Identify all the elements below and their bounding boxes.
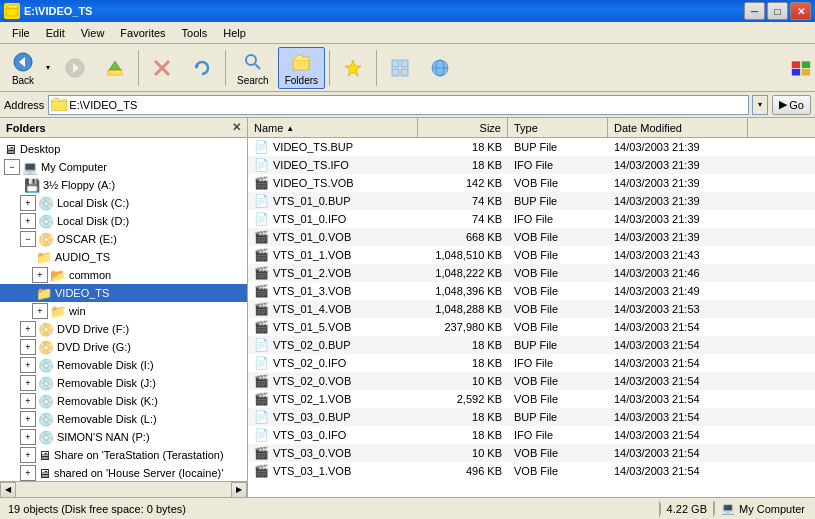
- favorites-button[interactable]: [334, 47, 372, 89]
- file-row[interactable]: 🎬 VTS_03_1.VOB 496 KB VOB File 14/03/200…: [248, 462, 815, 480]
- tree-expand-simonnan[interactable]: +: [20, 429, 36, 445]
- folder-hscrollbar[interactable]: ◀ ▶: [0, 481, 247, 497]
- tree-item-simonnan[interactable]: + 💿 SIMON'S NAN (P:): [0, 428, 247, 446]
- folders-button[interactable]: Folders: [278, 47, 325, 89]
- tree-expand-terastation[interactable]: +: [20, 447, 36, 463]
- menu-edit[interactable]: Edit: [38, 25, 73, 41]
- refresh-button[interactable]: [183, 47, 221, 89]
- file-cell-type: VOB File: [508, 444, 608, 462]
- minimize-button[interactable]: ─: [744, 2, 765, 20]
- address-input[interactable]: [69, 99, 746, 111]
- hscroll-track: [16, 482, 231, 498]
- tree-item-floppy[interactable]: 💾 3½ Floppy (A:): [0, 176, 247, 194]
- tree-item-videots[interactable]: 📁 VIDEO_TS: [0, 284, 247, 302]
- tree-item-oscar[interactable]: − 📀 OSCAR (E:): [0, 230, 247, 248]
- tree-expand-oscar[interactable]: −: [20, 231, 36, 247]
- file-row[interactable]: 📄 VIDEO_TS.BUP 18 KB BUP File 14/03/2003…: [248, 138, 815, 156]
- tree-item-common[interactable]: + 📂 common: [0, 266, 247, 284]
- file-row[interactable]: 🎬 VTS_02_1.VOB 2,592 KB VOB File 14/03/2…: [248, 390, 815, 408]
- search-button[interactable]: Search: [230, 47, 276, 89]
- tree-item-remi[interactable]: + 💿 Removable Disk (I:): [0, 356, 247, 374]
- col-header-date[interactable]: Date Modified: [608, 118, 748, 138]
- tree-item-remk[interactable]: + 💿 Removable Disk (K:): [0, 392, 247, 410]
- menu-favorites[interactable]: Favorites: [112, 25, 173, 41]
- tree-expand-remj[interactable]: +: [20, 375, 36, 391]
- hscroll-right-btn[interactable]: ▶: [231, 482, 247, 498]
- col-header-name[interactable]: Name ▲: [248, 118, 418, 138]
- tree-item-terastation[interactable]: + 🖥 Share on 'TeraStation (Terastation): [0, 446, 247, 464]
- address-input-wrapper[interactable]: [48, 95, 749, 115]
- close-button[interactable]: ✕: [790, 2, 811, 20]
- tree-item-reml[interactable]: + 💿 Removable Disk (L:): [0, 410, 247, 428]
- maximize-button[interactable]: □: [767, 2, 788, 20]
- file-name: VTS_03_1.VOB: [273, 465, 351, 477]
- tree-expand-diskc[interactable]: +: [20, 195, 36, 211]
- col-header-size[interactable]: Size: [418, 118, 508, 138]
- tree-expand-diskd[interactable]: +: [20, 213, 36, 229]
- file-name: VTS_02_0.BUP: [273, 339, 351, 351]
- file-row[interactable]: 📄 VTS_01_0.BUP 74 KB BUP File 14/03/2003…: [248, 192, 815, 210]
- folders-label: Folders: [285, 75, 318, 86]
- forward-button[interactable]: [56, 47, 94, 89]
- col-name-label: Name: [254, 122, 283, 134]
- file-row[interactable]: 🎬 VTS_01_4.VOB 1,048,288 KB VOB File 14/…: [248, 300, 815, 318]
- tree-item-diskc[interactable]: + 💿 Local Disk (C:): [0, 194, 247, 212]
- menu-help[interactable]: Help: [215, 25, 254, 41]
- stop-button[interactable]: [143, 47, 181, 89]
- file-row[interactable]: 🎬 VTS_01_5.VOB 237,980 KB VOB File 14/03…: [248, 318, 815, 336]
- menu-file[interactable]: File: [4, 25, 38, 41]
- tree-item-diskd[interactable]: + 💿 Local Disk (D:): [0, 212, 247, 230]
- file-row[interactable]: 📄 VIDEO_TS.IFO 18 KB IFO File 14/03/2003…: [248, 156, 815, 174]
- tree-item-dvdf[interactable]: + 📀 DVD Drive (F:): [0, 320, 247, 338]
- file-icon: 🎬: [254, 320, 269, 334]
- folder-tree[interactable]: 🖥 Desktop − 💻 My Computer 💾 3½ Floppy (A…: [0, 138, 247, 481]
- col-header-type[interactable]: Type: [508, 118, 608, 138]
- file-row[interactable]: 🎬 VTS_01_3.VOB 1,048,396 KB VOB File 14/…: [248, 282, 815, 300]
- tree-item-remj[interactable]: + 💿 Removable Disk (J:): [0, 374, 247, 392]
- file-row[interactable]: 🎬 VTS_01_2.VOB 1,048,222 KB VOB File 14/…: [248, 264, 815, 282]
- menu-tools[interactable]: Tools: [174, 25, 216, 41]
- file-row[interactable]: 🎬 VIDEO_TS.VOB 142 KB VOB File 14/03/200…: [248, 174, 815, 192]
- go-button[interactable]: ▶ Go: [772, 95, 811, 115]
- address-dropdown-btn[interactable]: ▾: [752, 95, 768, 115]
- tree-icon-diskc: 💿: [38, 196, 54, 211]
- tree-icon-remj: 💿: [38, 376, 54, 391]
- views-button[interactable]: [381, 47, 419, 89]
- tree-expand-win[interactable]: +: [32, 303, 48, 319]
- tree-expand-houseserver1[interactable]: +: [20, 465, 36, 481]
- folder-panel-close[interactable]: ✕: [232, 121, 241, 134]
- tree-item-desktop[interactable]: 🖥 Desktop: [0, 140, 247, 158]
- map-button[interactable]: [421, 47, 459, 89]
- file-row[interactable]: 🎬 VTS_03_0.VOB 10 KB VOB File 14/03/2003…: [248, 444, 815, 462]
- file-row[interactable]: 📄 VTS_03_0.BUP 18 KB BUP File 14/03/2003…: [248, 408, 815, 426]
- file-row[interactable]: 📄 VTS_02_0.BUP 18 KB BUP File 14/03/2003…: [248, 336, 815, 354]
- tree-item-mycomputer[interactable]: − 💻 My Computer: [0, 158, 247, 176]
- file-list-body[interactable]: 📄 VIDEO_TS.BUP 18 KB BUP File 14/03/2003…: [248, 138, 815, 497]
- file-cell-date: 14/03/2003 21:54: [608, 336, 748, 354]
- tree-label-simonnan: SIMON'S NAN (P:): [57, 431, 150, 443]
- file-row[interactable]: 📄 VTS_03_0.IFO 18 KB IFO File 14/03/2003…: [248, 426, 815, 444]
- back-dropdown-arrow[interactable]: ▾: [42, 47, 54, 89]
- file-row[interactable]: 🎬 VTS_01_0.VOB 668 KB VOB File 14/03/200…: [248, 228, 815, 246]
- tree-item-dvdg[interactable]: + 📀 DVD Drive (G:): [0, 338, 247, 356]
- tree-item-audiots[interactable]: 📁 AUDIO_TS: [0, 248, 247, 266]
- tree-item-houseserver1[interactable]: + 🖥 shared on 'House Server (Iocaine)': [0, 464, 247, 481]
- search-icon: [241, 50, 265, 74]
- tree-expand-reml[interactable]: +: [20, 411, 36, 427]
- tree-expand-common[interactable]: +: [32, 267, 48, 283]
- up-button[interactable]: [96, 47, 134, 89]
- tree-expand-remk[interactable]: +: [20, 393, 36, 409]
- file-row[interactable]: 📄 VTS_02_0.IFO 18 KB IFO File 14/03/2003…: [248, 354, 815, 372]
- file-row[interactable]: 🎬 VTS_02_0.VOB 10 KB VOB File 14/03/2003…: [248, 372, 815, 390]
- tree-expand-dvdf[interactable]: +: [20, 321, 36, 337]
- file-cell-date: 14/03/2003 21:43: [608, 246, 748, 264]
- tree-expand-dvdg[interactable]: +: [20, 339, 36, 355]
- tree-item-win[interactable]: + 📁 win: [0, 302, 247, 320]
- back-button[interactable]: Back: [4, 47, 42, 89]
- file-row[interactable]: 📄 VTS_01_0.IFO 74 KB IFO File 14/03/2003…: [248, 210, 815, 228]
- hscroll-left-btn[interactable]: ◀: [0, 482, 16, 498]
- tree-expand-mycomputer[interactable]: −: [4, 159, 20, 175]
- file-row[interactable]: 🎬 VTS_01_1.VOB 1,048,510 KB VOB File 14/…: [248, 246, 815, 264]
- tree-expand-remi[interactable]: +: [20, 357, 36, 373]
- menu-view[interactable]: View: [73, 25, 113, 41]
